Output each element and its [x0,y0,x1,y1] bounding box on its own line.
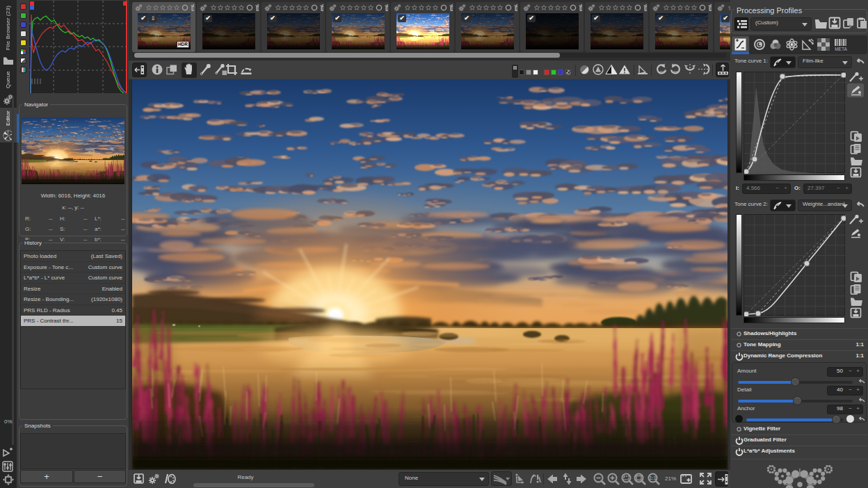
svg-text:90°: 90° [673,70,680,74]
svg-text:1:1: 1:1 [649,475,656,480]
svg-text:META: META [835,47,847,51]
svg-text:90°: 90° [660,70,667,74]
